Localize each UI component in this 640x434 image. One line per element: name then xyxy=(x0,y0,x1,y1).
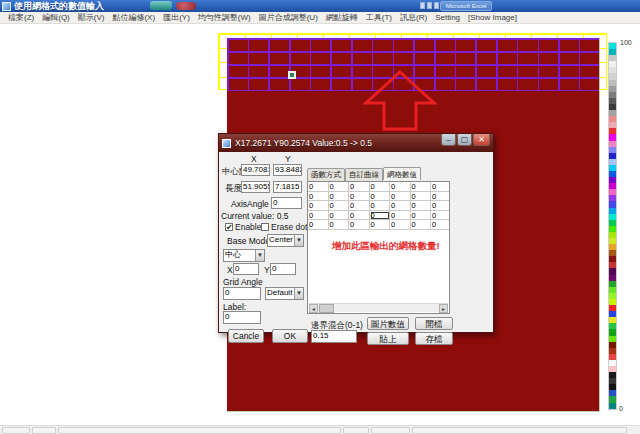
table-row: 00000000 xyxy=(308,182,450,192)
menu-item-8[interactable]: 工具(T) xyxy=(362,12,396,24)
grid-cell-4-1[interactable]: 0 xyxy=(329,220,350,230)
menu-item-9[interactable]: 訊息(R) xyxy=(396,12,431,24)
ok-button[interactable]: OK xyxy=(272,329,308,343)
chevron-down-icon[interactable]: ▼ xyxy=(294,235,303,246)
grid-cell-1-1[interactable]: 0 xyxy=(329,192,350,202)
grid-cell-0-2[interactable]: 0 xyxy=(349,182,370,192)
menu-item-10[interactable]: Setting xyxy=(431,12,464,24)
menu-item-6[interactable]: 圖片合成調整(U) xyxy=(255,12,322,24)
length-y-input[interactable]: 7.1815 xyxy=(273,181,302,193)
dialog-body: X Y 中心點 49.7081 93.8482 長度 51.9055 7.181… xyxy=(219,152,493,334)
grid-cell-1-0[interactable]: 0 xyxy=(308,192,329,202)
tab-1[interactable]: 自訂曲線 xyxy=(345,168,383,181)
grid-cell-2-1[interactable]: 0 xyxy=(329,201,350,211)
grid-cell-0-4[interactable]: 0 xyxy=(390,182,411,192)
grid-cell-2-4[interactable]: 0 xyxy=(390,201,411,211)
window-title: 使用網格式的數值輸入 xyxy=(14,0,104,12)
cancel-button[interactable]: Cancle xyxy=(228,329,264,343)
menu-item-7[interactable]: 網點旋轉 xyxy=(322,12,362,24)
open-file-button[interactable]: 開檔 xyxy=(415,317,453,330)
taskbar-button-excel[interactable]: Microsoft Excel xyxy=(440,1,492,11)
scroll-right-icon[interactable]: ► xyxy=(439,304,448,313)
grid-values-tab-page: 0000000000000000000000000000000000000000… xyxy=(307,181,450,314)
grid-cell-1-3[interactable]: 0 xyxy=(370,192,391,202)
grid-cell-4-0[interactable]: 0 xyxy=(308,220,329,230)
close-button[interactable]: ✕ xyxy=(473,134,490,146)
menu-item-0[interactable]: 檔案(Z) xyxy=(4,12,38,24)
grid-cell-3-4[interactable]: 0 xyxy=(390,211,411,221)
grid-cell-4-3[interactable]: 0 xyxy=(370,220,391,230)
y-column-header: Y xyxy=(285,154,291,164)
status-bar xyxy=(0,425,640,434)
chevron-down-icon[interactable]: ▼ xyxy=(255,250,264,261)
base-mode-combo[interactable]: Center▼ xyxy=(267,234,304,247)
grid-cell-0-3[interactable]: 0 xyxy=(370,182,391,192)
selected-grid-point-marker[interactable] xyxy=(288,71,296,79)
menu-item-4[interactable]: 匯出(Y) xyxy=(159,12,194,24)
grid-cell-3-0[interactable]: 0 xyxy=(308,211,329,221)
palette-band-59[interactable] xyxy=(609,403,616,409)
anchor-combo[interactable]: 中心▼ xyxy=(223,249,265,262)
grid-cell-3-3[interactable]: 0 xyxy=(370,211,391,221)
chevron-down-icon[interactable]: ▼ xyxy=(294,288,303,299)
table-row: 00000000 xyxy=(308,192,450,202)
length-x-input[interactable]: 51.9055 xyxy=(241,181,270,193)
erase-dots-checkbox[interactable]: Erase dots xyxy=(261,222,312,232)
menu-item-1[interactable]: 編輯(Q) xyxy=(38,12,74,24)
grid-cell-1-5[interactable]: 0 xyxy=(411,192,432,202)
grid-cell-2-6[interactable]: 0 xyxy=(431,201,450,211)
paste-button[interactable]: 貼上 xyxy=(367,332,409,345)
center-y-input[interactable]: 93.8482 xyxy=(273,164,302,176)
app-icon xyxy=(2,2,11,11)
minimize-button[interactable]: – xyxy=(441,134,456,146)
value-grid-table[interactable]: 0000000000000000000000000000000000000000 xyxy=(308,182,450,230)
menu-item-5[interactable]: 均勻性調整(W) xyxy=(194,12,255,24)
grid-cell-3-5[interactable]: 0 xyxy=(411,211,432,221)
menu-item-3[interactable]: 點位編修(X) xyxy=(108,12,159,24)
image-values-button[interactable]: 圖片數值 xyxy=(367,317,409,330)
menu-item-2[interactable]: 顯示(V) xyxy=(74,12,109,24)
enabled-checkbox-box[interactable]: ✔ xyxy=(225,223,233,231)
dialog-titlebar[interactable]: X17.2671 Y90.2574 Value:0.5 -> 0.5 – ▢ ✕ xyxy=(219,134,493,152)
grid-cell-4-2[interactable]: 0 xyxy=(349,220,370,230)
grid-cell-3-6[interactable]: 0 xyxy=(431,211,450,221)
color-scale-strip[interactable] xyxy=(608,42,617,410)
grid-angle-mode-combo[interactable]: Default▼ xyxy=(265,287,304,300)
warp-grid-purple xyxy=(227,38,599,91)
label-input[interactable]: 0 xyxy=(223,311,261,324)
grid-cell-4-6[interactable]: 0 xyxy=(431,220,450,230)
axis-angle-input[interactable]: 0 xyxy=(271,197,302,209)
scroll-left-icon[interactable]: ◄ xyxy=(309,304,318,313)
grid-cell-0-6[interactable]: 0 xyxy=(431,182,450,192)
grid-cell-2-0[interactable]: 0 xyxy=(308,201,329,211)
grid-cell-4-5[interactable]: 0 xyxy=(411,220,432,230)
grid-cell-3-2[interactable]: 0 xyxy=(349,211,370,221)
dialog-icon xyxy=(222,139,231,148)
x-offset-label: X xyxy=(227,265,233,275)
grid-cell-2-2[interactable]: 0 xyxy=(349,201,370,211)
grid-cell-0-1[interactable]: 0 xyxy=(329,182,350,192)
grid-cell-1-2[interactable]: 0 xyxy=(349,192,370,202)
grid-angle-input[interactable]: 0 xyxy=(223,287,261,300)
center-x-input[interactable]: 49.7081 xyxy=(241,164,270,176)
tab-2[interactable]: 網格數值 xyxy=(383,167,421,180)
boundary-blend-input[interactable]: 0.15 xyxy=(311,330,357,343)
erase-dots-checkbox-box[interactable] xyxy=(261,223,269,231)
maximize-button[interactable]: ▢ xyxy=(457,134,472,146)
grid-cell-2-3[interactable]: 0 xyxy=(370,201,391,211)
grid-cell-2-5[interactable]: 0 xyxy=(411,201,432,211)
save-file-button[interactable]: 存檔 xyxy=(415,332,453,345)
horizontal-scrollbar[interactable]: ◄ ► xyxy=(309,303,448,312)
x-offset-input[interactable]: 0 xyxy=(233,263,259,275)
scrollbar-thumb[interactable] xyxy=(319,304,334,313)
menu-item-11[interactable]: [Show Image] xyxy=(464,12,521,24)
grid-cell-0-5[interactable]: 0 xyxy=(411,182,432,192)
grid-cell-1-4[interactable]: 0 xyxy=(390,192,411,202)
grid-cell-1-6[interactable]: 0 xyxy=(431,192,450,202)
grid-cell-3-1[interactable]: 0 xyxy=(329,211,350,221)
status-panel xyxy=(2,427,30,434)
grid-cell-4-4[interactable]: 0 xyxy=(390,220,411,230)
y-offset-input[interactable]: 0 xyxy=(270,263,296,275)
tab-0[interactable]: 函數方式 xyxy=(307,168,345,181)
grid-cell-0-0[interactable]: 0 xyxy=(308,182,329,192)
